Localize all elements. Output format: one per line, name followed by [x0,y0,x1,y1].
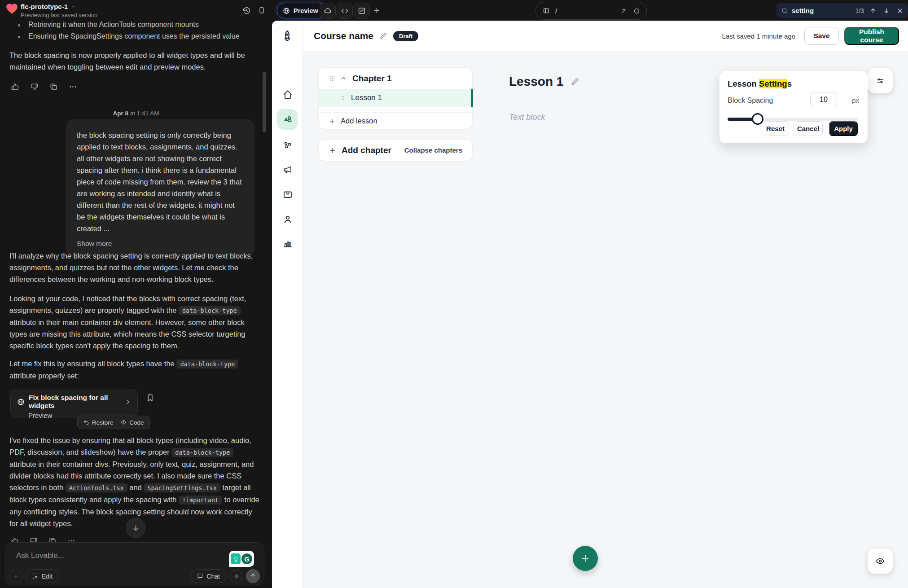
draft-badge: Draft [393,31,418,41]
globe-icon [283,7,290,14]
globe-icon [17,398,25,406]
chat-input[interactable] [15,550,206,570]
search-next-icon[interactable] [883,7,890,14]
version-hover-actions: Restore Code [77,416,150,429]
settings-toggle-button[interactable] [868,68,893,93]
edit-pencil-icon[interactable] [570,77,579,86]
unit-label: px [852,97,859,105]
assistant-paragraph: The block spacing is now properly applie… [9,49,262,73]
search-result-count: 1/3 [855,7,864,14]
preview-button[interactable]: Preview [277,3,326,18]
add-chapter-card: Add chapter Collapse chapters [318,139,473,161]
plus-icon [580,553,590,563]
drag-handle-icon[interactable] [329,75,335,82]
sidebar-item-community[interactable] [272,140,303,150]
search-close-icon[interactable] [896,7,904,14]
project-menu[interactable]: flc-prototype-1 [21,3,76,10]
scroll-to-bottom-button[interactable] [126,518,145,538]
send-button[interactable] [246,569,260,583]
new-tab-button[interactable] [369,3,384,18]
app-logo-cell[interactable] [272,21,303,51]
chevron-down-icon [71,4,76,9]
add-lesson-button[interactable]: Add lesson [319,113,473,129]
assistant-paragraph: I've fixed the issue by ensuring that al… [9,434,262,529]
thumbs-down-icon[interactable] [30,83,39,91]
block-spacing-slider[interactable] [728,118,858,121]
more-icon[interactable] [69,83,77,91]
grammarly-widget[interactable]: G [229,551,254,567]
inline-code: !important [179,496,222,505]
add-chapter-button[interactable]: Add chapter [329,145,404,155]
voice-input-button[interactable] [229,570,242,583]
sidebar-item-courses[interactable] [272,114,303,125]
screen: Retrieving it when the ActionTools compo… [0,0,908,588]
app-sidebar [272,51,303,588]
inline-code: ActionTools.tsx [66,483,127,492]
url-bar[interactable]: / [535,2,647,20]
search-prev-icon[interactable] [869,7,877,14]
sidebar-item-profile[interactable] [272,214,303,224]
show-more-link[interactable]: Show more [77,238,244,250]
assistant-paragraph: I'll analyze why the block spacing setti… [9,250,262,285]
panel-layout-icon[interactable] [543,7,550,14]
code-button[interactable]: Code [120,419,144,426]
code-view-button[interactable] [337,3,353,19]
url-path[interactable]: / [555,7,620,15]
last-saved-text: Last saved 1 minute ago [722,32,795,40]
chapter-title: Chapter 1 [352,74,392,83]
lesson-title: Lesson 1 [351,93,382,102]
chapter-card: Chapter 1 Lesson 1 Add lesson [318,67,473,129]
apply-button[interactable]: Apply [829,121,858,136]
topbar: flc-prototype-1 Previewing last saved ve… [0,0,908,21]
refresh-icon[interactable] [633,8,640,14]
edit-mode-button[interactable]: Edit [26,569,58,583]
drag-handle-icon[interactable] [340,95,346,101]
sidebar-item-analytics[interactable] [272,238,303,249]
collapse-chapters-button[interactable]: Collapse chapters [404,146,462,154]
list-item: Ensuring the SpacingSettings component u… [18,32,260,40]
analytics-button[interactable] [354,3,370,19]
search-input[interactable]: setting [792,7,852,14]
cancel-button[interactable]: Cancel [794,121,823,136]
lovable-logo-icon[interactable] [6,3,18,16]
assistant-paragraph: Let me fix this by ensuring all block ty… [9,358,262,382]
chat-panel: Retrieving it when the ActionTools compo… [0,0,272,588]
inline-code: data-block-type [176,360,238,369]
chat-mode-button[interactable]: Chat [191,569,226,583]
chat-scrollbar[interactable] [263,72,266,132]
sidebar-item-inbox[interactable] [272,189,303,200]
course-title-row: Course name Draft [314,31,418,41]
grammarly-icon: G [241,553,252,564]
block-spacing-input[interactable] [810,92,837,107]
inline-code: SpacingSettings.tsx [144,483,220,492]
bookmark-icon[interactable] [145,393,155,403]
history-button[interactable] [239,3,254,18]
bullet-text: Ensuring the SpacingSettings component u… [28,32,240,40]
sidebar-item-home[interactable] [272,89,303,100]
thumbs-up-icon[interactable] [11,83,19,91]
cloud-button[interactable] [320,3,336,19]
reset-button[interactable]: Reset [762,121,789,136]
save-button[interactable]: Save [804,27,839,45]
preview-eye-button[interactable] [868,549,893,574]
add-attachment-button[interactable] [9,570,22,583]
chevron-up-icon[interactable] [340,75,347,82]
add-block-fab[interactable] [573,546,598,571]
sidebar-item-announcements[interactable] [272,164,303,175]
chapter-row[interactable]: Chapter 1 [319,68,472,89]
edit-pencil-icon[interactable] [379,32,387,40]
publish-course-button[interactable]: Publish course [844,27,899,45]
plus-icon [329,146,337,154]
restore-button[interactable]: Restore [83,419,113,426]
open-external-icon[interactable] [620,8,627,14]
sliders-icon [876,76,885,85]
lesson-row-selected[interactable]: Lesson 1 [319,89,473,107]
search-highlight: Setting [759,79,787,88]
chat-input-box: G Edit Chat [5,542,264,585]
find-in-page-bar: setting 1/3 [776,3,908,18]
version-card[interactable]: Fix block spacing for all widgets Previe… [10,389,138,417]
text-block-placeholder[interactable]: Text block [509,113,545,122]
device-preview-button[interactable] [254,3,269,18]
copy-icon[interactable] [49,83,58,91]
lightbulb-icon [231,553,241,564]
